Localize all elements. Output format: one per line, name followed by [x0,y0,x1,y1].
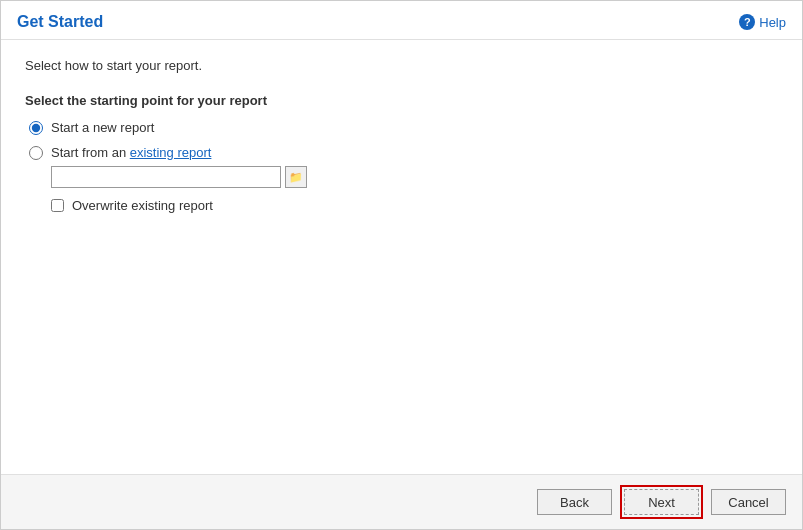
existing-report-link[interactable]: existing report [130,145,212,160]
radio-existing-report[interactable]: Start from an existing report [29,145,778,160]
radio-existing-report-input[interactable] [29,146,43,160]
radio-group: Start a new report Start from an existin… [29,120,778,160]
next-button-wrapper: Next [620,485,703,519]
report-file-input[interactable] [51,166,281,188]
report-file-row: 📁 [51,166,778,188]
help-icon: ? [739,14,755,30]
next-button[interactable]: Next [624,489,699,515]
back-button[interactable]: Back [537,489,612,515]
overwrite-label: Overwrite existing report [72,198,213,213]
browse-button[interactable]: 📁 [285,166,307,188]
radio-existing-report-label: Start from an existing report [51,145,211,160]
dialog-header: Get Started ? Help [1,1,802,40]
help-link[interactable]: ? Help [739,14,786,30]
overwrite-row: Overwrite existing report [51,198,778,213]
radio-new-report-label: Start a new report [51,120,154,135]
help-label: Help [759,15,786,30]
cancel-button[interactable]: Cancel [711,489,786,515]
dialog-content: Select how to start your report. Select … [1,40,802,474]
overwrite-checkbox[interactable] [51,199,64,212]
browse-icon: 📁 [289,171,303,184]
section-label: Select the starting point for your repor… [25,93,778,108]
radio-existing-prefix: Start from an [51,145,130,160]
get-started-dialog: Get Started ? Help Select how to start y… [0,0,803,530]
radio-new-report-input[interactable] [29,121,43,135]
dialog-title: Get Started [17,13,103,31]
subtitle: Select how to start your report. [25,58,778,73]
dialog-footer: Back Next Cancel [1,474,802,529]
radio-new-report[interactable]: Start a new report [29,120,778,135]
